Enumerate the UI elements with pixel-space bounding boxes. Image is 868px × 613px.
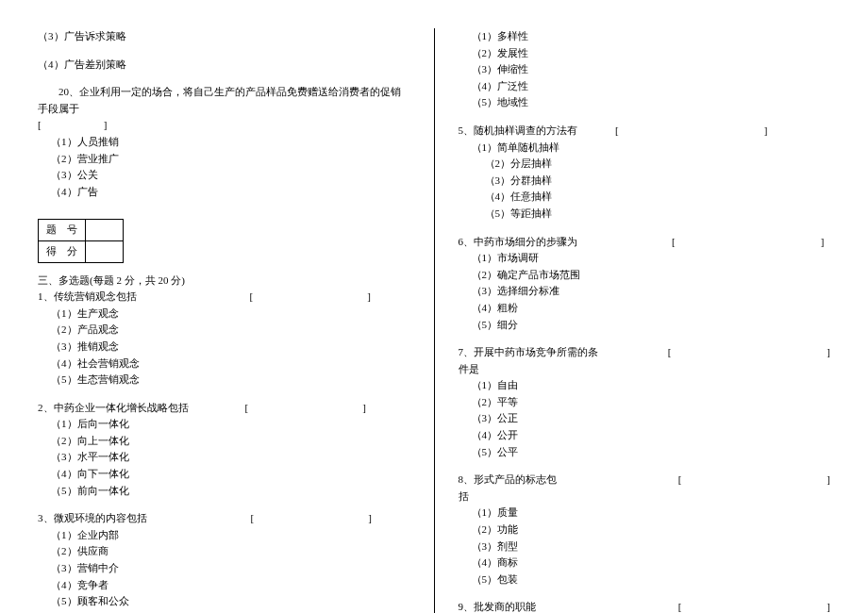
- q1-opt-4: （4）社会营销观念: [38, 356, 410, 373]
- q4-opt-1: （1）多样性: [459, 28, 831, 45]
- pre-item-4: （4）广告差别策略: [38, 57, 410, 74]
- q5-opt-2: （2）分层抽样: [459, 156, 831, 173]
- q8-opt-2: （2）功能: [459, 522, 831, 538]
- pre-item-3: （3）广告诉求策略: [38, 28, 410, 45]
- q5-opt-3: （3）分群抽样: [459, 173, 831, 190]
- q9-bracket: [ ]: [678, 599, 830, 613]
- q2: 2、中药企业一体化增长战略包括 [ ] （1）后向一体化 （2）向上一体化 （3…: [38, 400, 410, 500]
- q6-opt-3: （3）选择细分标准: [459, 283, 831, 300]
- q20-opt-3: （3）公关: [38, 167, 410, 184]
- q5-opt-4: （4）任意抽样: [459, 189, 831, 206]
- table-row: 得 分: [39, 240, 124, 262]
- q2-opt-2: （2）向上一体化: [38, 433, 410, 450]
- q8-text: 8、形式产品的标志包括: [459, 472, 565, 505]
- q8-bracket: [ ]: [678, 472, 830, 489]
- q6-opt-5: （5）细分: [459, 317, 831, 334]
- right-column: （1）多样性 （2）发展性 （3）伸缩性 （4）广泛性 （5）地域性 5、随机抽…: [440, 28, 831, 613]
- q5-opt-5: （5）等距抽样: [459, 206, 831, 223]
- q20-opt-1: （1）人员推销: [38, 134, 410, 151]
- q4-opt-2: （2）发展性: [459, 45, 831, 62]
- q7-opt-3: （3）公正: [459, 410, 831, 427]
- q8-opt-4: （4）商标: [459, 555, 831, 572]
- q8-opt-1: （1）质量: [459, 505, 831, 522]
- q1-opt-3: （3）推销观念: [38, 339, 410, 356]
- q2-text: 2、中药企业一体化增长战略包括: [38, 400, 189, 417]
- q6-opt-2: （2）确定产品市场范围: [459, 267, 831, 284]
- q1-bracket: [ ]: [250, 289, 371, 306]
- score-r1c2: [86, 220, 124, 241]
- q5: 5、随机抽样调查的方法有 [ ] （1）简单随机抽样 （2）分层抽样 （3）分群…: [459, 123, 831, 223]
- q2-opt-5: （5）前向一体化: [38, 483, 410, 500]
- q4-opt-5: （5）地域性: [459, 94, 831, 111]
- page-columns: （3）广告诉求策略 （4）广告差别策略 20、企业利用一定的场合，将自己生产的产…: [38, 28, 830, 613]
- q20-text: 20、企业利用一定的场合，将自己生产的产品样品免费赠送给消费者的促销手段属于: [38, 84, 410, 117]
- q2-opt-4: （4）向下一体化: [38, 466, 410, 483]
- q3-bracket: [ ]: [251, 510, 372, 527]
- q1-text: 1、传统营销观念包括: [38, 289, 137, 306]
- q6-text: 6、中药市场细分的步骤为: [459, 234, 578, 251]
- q5-bracket: [ ]: [615, 123, 767, 140]
- q3-opt-3: （3）营销中介: [38, 560, 410, 577]
- q20-opt-4: （4）广告: [38, 184, 410, 201]
- q7-opt-5: （5）公平: [459, 444, 831, 461]
- table-row: 题 号: [39, 220, 124, 241]
- score-r2c2: [86, 240, 124, 262]
- q7-opt-1: （1）自由: [459, 377, 831, 394]
- q3-opt-2: （2）供应商: [38, 543, 410, 560]
- q6: 6、中药市场细分的步骤为 [ ] （1）市场调研 （2）确定产品市场范围 （3）…: [459, 234, 831, 334]
- q8: 8、形式产品的标志包括 [ ] （1）质量 （2）功能 （3）剂型 （4）商标 …: [459, 472, 831, 588]
- q8-opt-3: （3）剂型: [459, 538, 831, 555]
- q3-opt-1: （1）企业内部: [38, 527, 410, 544]
- column-divider: [434, 28, 435, 613]
- q1-opt-2: （2）产品观念: [38, 322, 410, 339]
- q5-opt-1: （1）简单随机抽样: [459, 140, 831, 157]
- q3-opt-4: （4）竞争者: [38, 577, 410, 594]
- q2-bracket: [ ]: [245, 400, 366, 417]
- score-r2c1: 得 分: [39, 240, 86, 262]
- q8-opt-5: （5）包装: [459, 572, 831, 588]
- q7-opt-2: （2）平等: [459, 394, 831, 411]
- q20-opt-2: （2）营业推广: [38, 151, 410, 168]
- q7: 7、开展中药市场竞争所需的条件是 [ ] （1）自由 （2）平等 （3）公正 （…: [459, 344, 831, 460]
- q9: 9、批发商的职能有 [ ] （1）采购 （2）销售 （3）运输 （4）储存: [459, 599, 831, 613]
- q7-text: 7、开展中药市场竞争所需的条件是: [459, 344, 602, 377]
- q6-opt-1: （1）市场调研: [459, 250, 831, 267]
- score-r1c1: 题 号: [39, 220, 86, 241]
- q6-opt-4: （4）粗粉: [459, 300, 831, 317]
- q4-opt-3: （3）伸缩性: [459, 61, 831, 78]
- q9-text: 9、批发商的职能有: [459, 599, 546, 613]
- q5-text: 5、随机抽样调查的方法有: [459, 123, 578, 140]
- q3: 3、微观环境的内容包括 [ ] （1）企业内部 （2）供应商 （3）营销中介 （…: [38, 510, 410, 610]
- q4-options: （1）多样性 （2）发展性 （3）伸缩性 （4）广泛性 （5）地域性: [459, 28, 831, 111]
- q2-opt-3: （3）水平一体化: [38, 449, 410, 466]
- section-3-title: 三、多选题(每题 2 分，共 20 分): [38, 273, 410, 290]
- score-table: 题 号 得 分: [38, 219, 124, 262]
- q3-opt-5: （5）顾客和公众: [38, 593, 410, 610]
- q2-opt-1: （1）后向一体化: [38, 416, 410, 433]
- q3-text: 3、微观环境的内容包括: [38, 510, 147, 527]
- left-column: （3）广告诉求策略 （4）广告差别策略 20、企业利用一定的场合，将自己生产的产…: [38, 28, 429, 613]
- q20: 20、企业利用一定的场合，将自己生产的产品样品免费赠送给消费者的促销手段属于 […: [38, 84, 410, 200]
- q1: 1、传统营销观念包括 [ ] （1）生产观念 （2）产品观念 （3）推销观念 （…: [38, 289, 410, 389]
- q20-bracket: [ ]: [38, 117, 410, 134]
- q6-bracket: [ ]: [672, 234, 824, 251]
- q1-opt-1: （1）生产观念: [38, 306, 410, 323]
- q7-opt-4: （4）公开: [459, 427, 831, 444]
- q4-opt-4: （4）广泛性: [459, 78, 831, 95]
- q7-bracket: [ ]: [668, 344, 830, 361]
- q1-opt-5: （5）生态营销观念: [38, 372, 410, 389]
